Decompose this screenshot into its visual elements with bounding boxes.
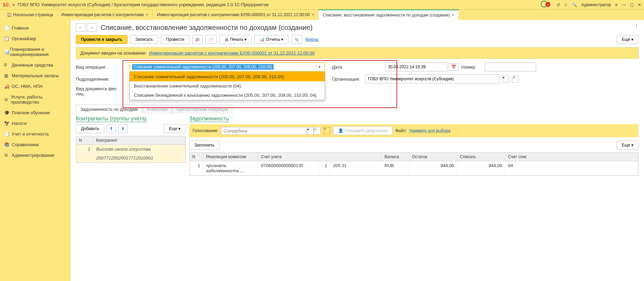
debt-grid: N Резолюция комиссии Счет учета Валюта О…	[189, 152, 639, 176]
sidebar-item-planning[interactable]: 📊Планирование и санкционирование	[0, 44, 70, 60]
dd-icon[interactable]: ▾	[502, 75, 509, 83]
post-button[interactable]: Провести	[161, 35, 189, 44]
col-woacc: Счет спис	[505, 153, 638, 161]
add-button[interactable]: Добавить	[76, 124, 104, 133]
toolbar: Провести и закрыть Записать Провести ДК …	[70, 34, 644, 47]
minimize-icon[interactable]: —	[622, 2, 626, 7]
history-icon[interactable]: ↺	[556, 2, 560, 7]
basis-link[interactable]: Инвентаризация расчетов с контрагентами …	[149, 50, 314, 56]
forward-button[interactable]: →	[87, 23, 96, 32]
more-button[interactable]: Еще ▾	[164, 124, 186, 133]
grid-row[interactable]: 1 признать задолженность ... 07060000000…	[189, 161, 638, 175]
close-icon[interactable]: ✕	[638, 2, 641, 7]
sidebar-item-money[interactable]: ₽Денежные средства	[0, 60, 70, 70]
doc-type-label: Вид документа физ. лиц:	[76, 86, 127, 96]
tab-1[interactable]: Инвентаризация расчетов с контрагентами …	[153, 10, 319, 20]
truck-icon: 🚚	[4, 84, 12, 89]
chevron-down-icon[interactable]: ▾	[316, 65, 322, 69]
vote-input[interactable]	[221, 127, 307, 135]
doc-icon: 📄	[4, 25, 12, 31]
topbar: 1©. ≡ ГОБУ ВПО Университет искусств (Суб…	[0, 0, 644, 10]
date-input[interactable]	[386, 62, 447, 71]
save-results-button[interactable]: 👤 Сохранить результаты	[333, 126, 393, 135]
sidebar-item-organizer[interactable]: 📋Органайзер	[0, 33, 70, 44]
date-label: Дата:	[332, 65, 383, 70]
dtKt-button[interactable]: ДК	[192, 35, 203, 44]
files-link[interactable]: Файлы	[305, 37, 318, 42]
sidebar-item-education[interactable]: 🎓Платное обучение	[0, 107, 70, 118]
content: ← → Списание, восстановление задолженнос…	[70, 20, 644, 281]
sidebar-item-admin[interactable]: ⚙Администрирование	[0, 150, 70, 161]
search-icon[interactable]: 🔍	[572, 2, 577, 7]
tab-0[interactable]: Инвентаризация расчетов с контрагентами …	[57, 10, 153, 20]
sidebar-item-taxes[interactable]: 🦅Налоги	[0, 118, 70, 129]
page-title: Списание, восстановление задолженности п…	[101, 24, 313, 32]
settings-icon[interactable]: ≡	[615, 2, 618, 7]
right-pane: Задолженность Голосование: ▾ × ? 👤 Сохра…	[189, 116, 639, 279]
vote-bar: Голосование: ▾ × ? 👤 Сохранить результат…	[189, 124, 639, 137]
grid-row[interactable]: 1 Высшая школа искусства	[76, 145, 185, 154]
file-label: Файл:	[395, 128, 407, 133]
user-label[interactable]: Администратор	[581, 2, 611, 7]
box-icon: ▦	[4, 73, 12, 78]
doc-button[interactable]: 📄	[205, 35, 217, 44]
open-icon[interactable]: ↗	[512, 75, 519, 83]
file-select-link[interactable]: Нажмите для выбора	[410, 128, 450, 133]
logo: 1©.	[3, 2, 10, 8]
restore-icon[interactable]: ▢	[630, 2, 634, 7]
menu-icon[interactable]: ≡	[12, 2, 15, 7]
close-icon[interactable]: ×	[146, 12, 148, 17]
attach-button[interactable]: 📎	[291, 35, 302, 44]
doc-tab-1[interactable]: Комиссия	[143, 105, 172, 114]
calendar-icon[interactable]: 📅	[449, 63, 459, 71]
col-n: N	[76, 136, 93, 144]
op-type-label: Вид операции:	[76, 65, 127, 70]
left-pane: Контрагенты (группы учета) Добавить ⬆ ⬇ …	[76, 116, 186, 279]
kebab-icon[interactable]: ⋮	[634, 23, 639, 28]
sidebar-item-services[interactable]: ⚙Услуги, работы, производство	[0, 92, 70, 107]
contractors-grid: N Контрагент 1 Высшая школа искусства 20…	[76, 136, 186, 163]
sidebar: 📄Главное 📋Органайзер 📊Планирование и сан…	[0, 20, 70, 281]
op-type-select[interactable]: Списание сомнительной задолженности (205…	[129, 62, 325, 72]
dd-option-1[interactable]: Восстановление сомнительной задолженност…	[130, 81, 325, 91]
star-icon[interactable]: ☆	[564, 2, 568, 7]
info-panel: Документ введен на основании: Инвентариз…	[76, 47, 639, 59]
dd-option-2[interactable]: Списание безнадежной к взысканию задолже…	[130, 91, 325, 100]
up-button[interactable]: ⬆	[106, 124, 116, 133]
dd-icon[interactable]: ▾	[307, 127, 314, 134]
doc-tab-2[interactable]: Бухгалтерская операция	[172, 105, 232, 114]
help-icon[interactable]: ?	[323, 127, 330, 134]
feed-icon[interactable]: 1	[541, 1, 552, 9]
clear-icon[interactable]: ×	[314, 127, 321, 134]
more-button[interactable]: Еще ▾	[617, 35, 639, 44]
sidebar-item-materials[interactable]: ▦Материальные запасы	[0, 70, 70, 81]
org-input[interactable]	[366, 74, 499, 83]
fill-button[interactable]: Заполнить	[189, 141, 220, 150]
home-tab[interactable]: 🏠 Начальная страница	[3, 10, 57, 20]
col-cur: Валюта	[382, 153, 409, 161]
dd-option-0[interactable]: Списание сомнительной задолженности (205…	[130, 72, 325, 81]
close-icon[interactable]: ×	[312, 12, 314, 17]
down-button[interactable]: ⬇	[118, 124, 128, 133]
number-input[interactable]	[485, 62, 536, 71]
sidebar-item-main[interactable]: 📄Главное	[0, 23, 70, 33]
col-rem: Остаток	[409, 153, 457, 161]
back-button[interactable]: ←	[76, 23, 85, 32]
tab-2[interactable]: Списание, восстановление задолженности п…	[319, 10, 459, 20]
more-button[interactable]: Еще ▾	[617, 141, 639, 150]
sidebar-item-accounting[interactable]: 📑Учет и отчетность	[0, 129, 70, 139]
close-icon[interactable]: ×	[452, 13, 455, 17]
col-res: Резолюция комиссии	[203, 153, 258, 161]
doc-tab-0[interactable]: Задолженность по доходам	[76, 105, 142, 114]
write-button[interactable]: Записать	[130, 35, 158, 44]
col-agent: Контрагент	[93, 136, 185, 144]
app-title: ГОБУ ВПО Университет искусств (Субсидия)…	[18, 2, 541, 7]
number-label: Номер:	[461, 65, 482, 70]
post-close-button[interactable]: Провести и закрыть	[76, 35, 127, 44]
grad-icon: 🎓	[4, 110, 12, 115]
sidebar-item-catalogs[interactable]: 📚Справочники	[0, 139, 70, 150]
sidebar-item-assets[interactable]: 🚚ОС, НМА, НПА	[0, 81, 70, 92]
grid-row-sub[interactable]: 20077125020017712010001	[76, 154, 185, 163]
reports-button[interactable]: 📊 Отчеты ▾	[254, 35, 288, 44]
print-button[interactable]: 🖨 Печать ▾	[219, 35, 252, 44]
